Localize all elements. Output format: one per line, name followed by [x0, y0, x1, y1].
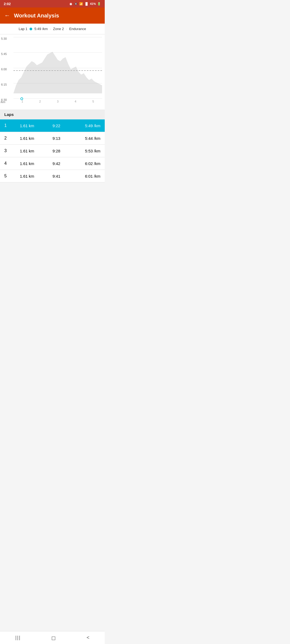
status-icons: ⏰ 🔇 📶 ▐▌ 41% 🔋 — [69, 2, 101, 6]
y-label-1: 5:30 — [1, 37, 7, 40]
lap-row-4[interactable]: 4 1.61 km 9:42 6:02 /km — [0, 157, 105, 170]
km-unit-label: /km — [1, 100, 5, 104]
x-label-4: 4 — [75, 100, 76, 103]
lap-pace-4: 6:02 /km — [71, 161, 100, 166]
legend-lap: Lap 1 — [19, 27, 27, 31]
tooltip-dot-1 — [20, 97, 23, 100]
battery-label: 41% — [90, 2, 96, 5]
x-label-3: 3 — [57, 100, 59, 103]
chart-legend: Lap 1 5:49 /km · Zone 2 · Endurance — [0, 24, 105, 34]
x-label-5: 5 — [92, 100, 94, 103]
chart-x-axis: 1 2 3 4 5 — [13, 99, 102, 104]
content-spacer — [0, 182, 105, 290]
lap-dist-3: 1.61 km — [12, 149, 42, 153]
lap-row-3[interactable]: 3 1.61 km 9:28 5:53 /km — [0, 145, 105, 157]
y-label-2: 5:45 — [1, 52, 7, 56]
chart-y-axis: 5:30 5:45 6:00 6:15 6:30 — [1, 37, 7, 101]
legend-sep2: · — [66, 27, 67, 31]
lap-row-2[interactable]: 2 1.61 km 9:13 5:44 /km — [0, 132, 105, 145]
x-label-1: 1 — [21, 100, 23, 103]
legend-dot — [30, 28, 32, 30]
laps-table: 1 1.61 km 9:22 5:49 /km 2 1.61 km 9:13 5… — [0, 119, 105, 182]
legend-pace: 5:49 /km — [34, 27, 48, 31]
lap-time-3: 9:28 — [42, 149, 71, 153]
mute-icon: 🔇 — [74, 2, 78, 6]
legend-sep1: · — [50, 27, 51, 31]
laps-label: Laps — [4, 112, 14, 117]
lap-time-1: 9:22 — [42, 123, 71, 128]
laps-section-header: Laps — [0, 109, 105, 119]
lap-num-5: 5 — [4, 174, 12, 178]
alarm-icon: ⏰ — [69, 2, 73, 6]
chart-container: 5:30 5:45 6:00 6:15 6:30 — [0, 34, 105, 109]
lap-num-4: 4 — [4, 161, 12, 166]
legend-type: Endurance — [69, 27, 86, 31]
lap-num-2: 2 — [4, 136, 12, 141]
lap-time-2: 9:13 — [42, 136, 71, 141]
lap-num-1: 1 — [4, 123, 12, 128]
x-label-2: 2 — [39, 100, 41, 103]
lap-time-4: 9:42 — [42, 161, 71, 166]
lap-dist-2: 1.61 km — [12, 136, 42, 141]
status-time: 2:02 — [4, 2, 11, 6]
bars-container — [13, 37, 102, 99]
status-bar: 2:02 ⏰ 🔇 📶 ▐▌ 41% 🔋 — [0, 0, 105, 8]
signal-icon: ▐▌ — [84, 2, 89, 5]
lap-pace-1: 5:49 /km — [71, 123, 100, 128]
lap-dist-1: 1.61 km — [12, 123, 42, 128]
avg-line — [13, 70, 102, 71]
y-label-3: 6:00 — [1, 68, 7, 71]
lap-pace-5: 6:01 /km — [71, 174, 100, 178]
back-button[interactable]: ← — [4, 12, 10, 19]
chart-area — [13, 37, 102, 99]
lap-row-1[interactable]: 1 1.61 km 9:22 5:49 /km — [0, 119, 105, 132]
lap-row-5[interactable]: 5 1.61 km 9:41 6:01 /km — [0, 170, 105, 182]
lap-dist-4: 1.61 km — [12, 161, 42, 166]
lap-pace-3: 5:53 /km — [71, 149, 100, 153]
lap-pace-2: 5:44 /km — [71, 136, 100, 141]
lap-dist-5: 1.61 km — [12, 174, 42, 178]
wifi-icon: 📶 — [79, 2, 83, 6]
battery-icon: 🔋 — [97, 2, 101, 6]
y-label-4: 6:15 — [1, 83, 7, 86]
lap-num-3: 3 — [4, 148, 12, 153]
legend-zone: Zone 2 — [53, 27, 64, 31]
page-title: Workout Analysis — [14, 13, 59, 19]
app-header: ← Workout Analysis — [0, 8, 105, 24]
lap-time-5: 9:41 — [42, 174, 71, 178]
